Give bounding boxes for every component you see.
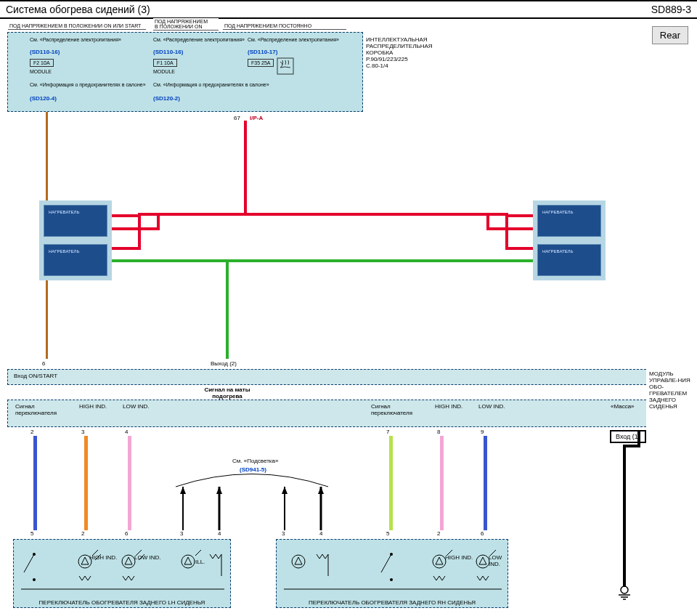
switch-rh-box: HIGH IND. LOW IND. ПЕРЕКЛЮЧАТЕЛЬ ОБОГРЕВ… — [276, 539, 508, 608]
wire-red-main-v — [244, 121, 247, 215]
svg-marker-17 — [81, 557, 89, 564]
ref-sd110-16a: (SD110-16) — [30, 49, 60, 55]
wire-ground-v — [623, 445, 626, 587]
fuse-f35: F35 25A — [248, 59, 274, 67]
seat-heater-icon — [277, 57, 294, 75]
heater-lh-top: НАГРЕВАТЕЛЬ — [44, 205, 107, 237]
svg-marker-9 — [180, 487, 186, 494]
illum-branch — [168, 472, 335, 538]
wire-lime-r — [389, 436, 393, 530]
pin-9r: 9 — [481, 429, 484, 435]
pin-6-top: 6 — [42, 360, 45, 367]
title-right: SD889-3 — [651, 4, 691, 15]
switch-rh-symbol — [277, 540, 509, 598]
swpin-2r: 2 — [437, 530, 440, 537]
see-power-3: См. «Распределение электропитания» — [248, 37, 339, 42]
svg-marker-34 — [436, 557, 443, 564]
see-power-2: См. «Распределение электропитания» — [153, 37, 245, 42]
label-high-r: HIGH IND. — [435, 403, 462, 410]
pin-2l: 2 — [30, 429, 33, 435]
fuse-f1: F1 10A — [153, 59, 177, 67]
see-power-1: См. «Распределение электропитания» — [30, 37, 121, 42]
svg-point-1 — [621, 586, 628, 593]
wire-pink-l — [128, 436, 131, 530]
lh-ill-label: ILL. — [195, 559, 205, 565]
pin-7r: 7 — [386, 429, 389, 435]
input-1-box: Вход (1) — [610, 430, 646, 443]
label-mass: «Масса» — [611, 403, 635, 410]
voltage-header-3: ПОД НАПРЯЖЕНИЕМ ПОСТОЯННО — [223, 23, 346, 30]
label-sig-sw-l: Сигнал переключателя — [15, 403, 59, 416]
module-label-1: MODULE — [30, 69, 52, 74]
wire-green-v — [226, 259, 229, 359]
swpin-3m: 3 — [282, 530, 285, 537]
ref-sd110-17: (SD110-17) — [248, 49, 277, 55]
rh-high-label: HIGH IND. — [445, 554, 473, 561]
svg-marker-21 — [125, 557, 132, 564]
svg-marker-25 — [184, 557, 192, 564]
switch-lh-title: ПЕРЕКЛЮЧАТЕЛЬ ОБОГРЕВАТЕЛЯ ЗАДНЕГО LH СИ… — [14, 599, 230, 606]
wire-green-h — [109, 259, 509, 262]
module-label-2: MODULE — [153, 69, 175, 74]
see-fuse-1: См. «Информация о предохранителях в сало… — [30, 82, 146, 87]
fuse-f2: F2 10A — [30, 59, 54, 67]
svg-marker-29 — [295, 557, 302, 564]
rear-button[interactable]: Rear — [652, 26, 688, 44]
pin-8r: 8 — [437, 429, 440, 435]
control-module-bar: Вход ON/START — [7, 369, 646, 385]
label-ipa: I/P-A — [250, 115, 263, 121]
label-high-l: HIGH IND. — [79, 403, 107, 410]
heater-rh-top: НАГРЕВАТЕЛЬ — [537, 205, 601, 237]
lh-high-label: HIGH IND. — [89, 554, 117, 561]
svg-line-32 — [381, 554, 391, 572]
ref-sd120-4: (SD120-4) — [30, 95, 57, 102]
pin-3l: 3 — [81, 429, 84, 435]
ground-icon — [616, 585, 633, 600]
see-fuse-2: См. «Информация о предохранителях в сало… — [153, 82, 269, 87]
lh-low-label: LOW IND. — [134, 554, 160, 561]
pd-side-label: ИНТЕЛЛЕКТУАЛЬНАЯ РАСПРЕДЕЛИТЕЛЬНАЯ КОРОБ… — [366, 36, 446, 69]
svg-marker-37 — [479, 557, 486, 564]
pin-67: 67 — [234, 115, 240, 121]
swpin-5l: 5 — [30, 530, 33, 537]
rh-low-label: LOW IND. — [489, 554, 508, 567]
power-distribution-box: ПОД НАПРЯЖЕНИЕМ В ПОЛОЖЕНИИ ON ИЛИ START… — [7, 32, 363, 112]
voltage-header-2: ПОД НАПРЯЖЕНИЕМ В ПОЛОЖЕНИИ ON — [153, 18, 219, 31]
label-in-onstart: Вход ON/START — [14, 373, 57, 379]
pin-4l: 4 — [125, 429, 128, 435]
module-side-label: МОДУЛЬ УПРАВЛЕ-НИЯ ОБО-ГРЕВАТЕЛЕМ ЗАДНЕГ… — [649, 370, 694, 410]
wire-orange-l — [84, 436, 88, 530]
svg-marker-12 — [318, 487, 324, 494]
label-signal-mat: Сигнал на маты подогрева — [195, 386, 260, 400]
label-low-r: LOW IND. — [478, 403, 505, 410]
svg-marker-11 — [282, 487, 288, 494]
heater-lh-bottom: НАГРЕВАТЕЛЬ — [44, 244, 107, 276]
voltage-header-1: ПОД НАПРЯЖЕНИЕМ В ПОЛОЖЕНИИ ON ИЛИ START — [8, 23, 146, 30]
ref-sd110-16b: (SD110-16) — [153, 49, 183, 55]
swpin-6l: 6 — [125, 530, 128, 537]
wire-blue-l — [33, 436, 37, 530]
svg-point-14 — [33, 578, 36, 581]
label-out2: Выход (2) — [211, 360, 237, 367]
svg-line-15 — [24, 554, 34, 572]
swpin-5r: 5 — [386, 530, 389, 537]
ref-sd120-2: (SD120-2) — [153, 95, 180, 102]
illum-see: См. «Подсветка» — [232, 458, 278, 464]
label-sig-sw-r: Сигнал переключателя — [371, 403, 415, 416]
svg-line-26 — [195, 550, 201, 556]
heater-rh-bottom: НАГРЕВАТЕЛЬ — [537, 244, 601, 276]
swpin-2l: 2 — [81, 530, 84, 537]
swpin-3l: 3 — [180, 530, 183, 537]
swpin-6r: 6 — [481, 530, 484, 537]
wire-red-main-h — [138, 213, 508, 216]
swpin-4m: 4 — [319, 530, 322, 537]
page-header: Система обогрева сидений (3) SD889-3 — [0, 0, 697, 19]
svg-point-31 — [390, 578, 393, 581]
control-module-bar-2: Сигнал переключателя HIGH IND. LOW IND. … — [7, 400, 646, 427]
swpin-4l: 4 — [218, 530, 221, 537]
svg-marker-10 — [216, 487, 222, 494]
title-left: Система обогрева сидений (3) — [6, 4, 150, 15]
label-low-l: LOW IND. — [123, 403, 149, 410]
switch-lh-symbol — [14, 540, 232, 598]
wire-pink-r — [440, 436, 444, 530]
